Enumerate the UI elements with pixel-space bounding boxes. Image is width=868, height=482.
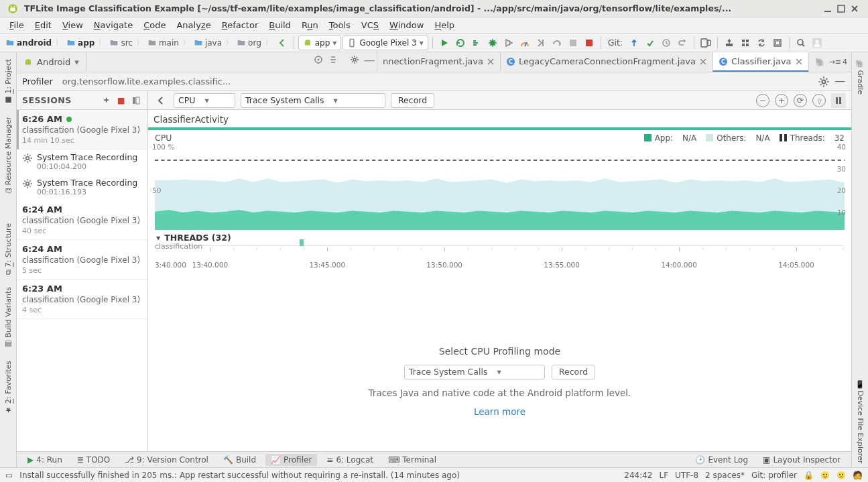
- menu-analyze[interactable]: Analyze: [171, 19, 216, 32]
- coverage-icon[interactable]: [501, 36, 516, 50]
- hide-tool-window-icon[interactable]: —: [362, 52, 377, 67]
- target-select-icon[interactable]: [311, 52, 326, 67]
- menu-help[interactable]: Help: [429, 19, 460, 32]
- elephant-icon[interactable]: 🐘: [813, 55, 828, 70]
- menu-build[interactable]: Build: [263, 19, 296, 32]
- editor-tab-classifier[interactable]: C Classifier.java: [712, 52, 808, 72]
- right-tab-gradle[interactable]: 🐘 Gradle: [855, 55, 866, 99]
- stop-icon[interactable]: [582, 36, 597, 50]
- crumb-app[interactable]: app: [64, 38, 97, 48]
- status-git-branch[interactable]: Git: profiler: [751, 471, 797, 480]
- right-tab-device-file-explorer[interactable]: 📱 Device File Explorer: [855, 375, 866, 467]
- left-tab-structure[interactable]: ⧉ 7: Structure: [3, 219, 14, 279]
- apply-changes-icon[interactable]: [453, 36, 468, 50]
- status-encoding[interactable]: UTF-8: [675, 471, 698, 480]
- collapse-all-icon[interactable]: [326, 52, 340, 67]
- session-item[interactable]: 6:26 AM classification (Google Pixel 3) …: [17, 110, 147, 149]
- cpu-mode-select[interactable]: Trace System Calls▾: [404, 365, 545, 379]
- metric-select[interactable]: CPU▾: [174, 93, 235, 108]
- profiler-process[interactable]: org.tensorflow.lite.examples.classific..…: [62, 76, 814, 86]
- session-item[interactable]: 6:23 AM classification (Google Pixel 3) …: [17, 280, 147, 319]
- avd-manager-icon[interactable]: [698, 36, 713, 50]
- bottom-tab-vcs[interactable]: ⎇9: Version Control: [119, 454, 214, 466]
- zoom-selection-icon[interactable]: ⎀: [812, 94, 826, 107]
- gear-icon[interactable]: [818, 76, 830, 88]
- menu-run[interactable]: Run: [296, 19, 324, 32]
- menu-view[interactable]: View: [57, 19, 88, 32]
- lock-icon[interactable]: 🔒: [804, 471, 814, 480]
- sync-gradle-icon[interactable]: [754, 36, 769, 50]
- debug-icon[interactable]: [485, 36, 500, 50]
- collapse-sessions-icon[interactable]: [130, 95, 142, 107]
- cpu-mode-record-button[interactable]: Record: [552, 365, 595, 379]
- zoom-out-icon[interactable]: −: [756, 94, 769, 107]
- git-rollback-icon[interactable]: [675, 36, 690, 50]
- inspection-ok-icon[interactable]: [820, 471, 830, 480]
- trace-mode-select[interactable]: Trace System Calls▾: [241, 93, 385, 108]
- close-icon[interactable]: [487, 58, 495, 66]
- inspection-warn-icon[interactable]: [836, 471, 846, 480]
- device-select[interactable]: Google Pixel 3▾: [343, 36, 428, 50]
- editor-tab-legacy-camera[interactable]: C LegacyCameraConnectionFragment.java: [500, 52, 712, 72]
- bottom-tab-build[interactable]: 🔨Build: [218, 454, 261, 466]
- add-session-icon[interactable]: ＋: [101, 95, 113, 107]
- git-commit-icon[interactable]: [643, 36, 658, 50]
- stop-grey-icon[interactable]: [566, 36, 580, 50]
- resource-manager-icon[interactable]: [738, 36, 753, 50]
- user-icon[interactable]: [810, 36, 824, 50]
- minimize-button[interactable]: [821, 2, 834, 15]
- git-history-icon[interactable]: [659, 36, 674, 50]
- chevron-down-icon[interactable]: ▾: [156, 233, 160, 243]
- back-icon[interactable]: [153, 93, 168, 108]
- close-icon[interactable]: [699, 58, 707, 66]
- status-caret-pos[interactable]: 244:42: [624, 471, 652, 480]
- close-button[interactable]: [848, 2, 861, 15]
- android-tool-dropdown[interactable]: Android ▾: [17, 52, 86, 72]
- status-toggle-icon[interactable]: ▭: [5, 471, 13, 480]
- session-item[interactable]: 6:24 AM classification (Google Pixel 3) …: [17, 240, 147, 280]
- learn-more-link[interactable]: Learn more: [474, 406, 525, 417]
- zoom-in-icon[interactable]: +: [775, 94, 788, 107]
- bottom-tab-terminal[interactable]: ⌨Terminal: [383, 454, 442, 466]
- layout-inspector-icon[interactable]: [770, 36, 785, 50]
- menu-file[interactable]: File: [4, 19, 29, 32]
- bottom-tab-layout-inspector[interactable]: ▣Layout Inspector: [757, 454, 846, 466]
- attach-debugger-icon[interactable]: [534, 36, 548, 50]
- settings-gear-icon[interactable]: [347, 52, 362, 67]
- bottom-tab-event-log[interactable]: 🕑Event Log: [690, 454, 753, 466]
- search-everywhere-icon[interactable]: [794, 36, 808, 50]
- status-indent[interactable]: 2 spaces*: [705, 471, 745, 480]
- profile-icon[interactable]: [517, 36, 532, 50]
- nav-back-icon[interactable]: [275, 36, 290, 50]
- maximize-button[interactable]: [834, 2, 848, 15]
- recording-item[interactable]: System Trace Recording00:01:16.193: [17, 175, 147, 200]
- left-tab-build-variants[interactable]: ▤ Build Variants: [3, 283, 14, 353]
- bottom-tab-todo[interactable]: ≣TODO: [72, 454, 116, 466]
- menu-vcs[interactable]: VCS: [356, 19, 384, 32]
- menu-window[interactable]: Window: [384, 19, 429, 32]
- bottom-tab-logcat[interactable]: ≡6: Logcat: [321, 454, 379, 466]
- zoom-fit-icon[interactable]: ⟳: [794, 94, 807, 107]
- stop-session-icon[interactable]: ■: [115, 95, 127, 107]
- bottom-tab-run[interactable]: ▶4: Run: [22, 454, 68, 466]
- menu-tools[interactable]: Tools: [324, 19, 356, 32]
- run-config-select[interactable]: app▾: [298, 36, 342, 50]
- cpu-chart[interactable]: 100 % 50 40 30 20 10: [155, 143, 845, 230]
- apply-code-changes-icon[interactable]: [469, 36, 484, 50]
- session-item[interactable]: 6:24 AM classification (Google Pixel 3) …: [17, 200, 147, 240]
- sdk-manager-icon[interactable]: [722, 36, 737, 50]
- threads-header[interactable]: ▾ THREADS (32): [148, 230, 851, 245]
- run-icon[interactable]: [437, 36, 452, 50]
- menu-edit[interactable]: Edit: [29, 19, 57, 32]
- timeline[interactable]: classification 3:40.00013:40.00013:45.00…: [155, 245, 845, 275]
- crumb-org[interactable]: org: [234, 38, 264, 48]
- close-icon[interactable]: [795, 58, 803, 66]
- record-button[interactable]: Record: [391, 93, 434, 108]
- memory-indicator-icon[interactable]: 🧑: [853, 471, 863, 480]
- crumb-main[interactable]: main: [145, 38, 182, 48]
- menu-navigate[interactable]: Navigate: [88, 19, 138, 32]
- menu-code[interactable]: Code: [138, 19, 171, 32]
- recording-item[interactable]: System Trace Recording00:10:04.200: [17, 149, 147, 175]
- pause-icon[interactable]: [831, 93, 846, 108]
- left-tab-resource-manager[interactable]: 🗂 Resource Manager: [3, 113, 14, 199]
